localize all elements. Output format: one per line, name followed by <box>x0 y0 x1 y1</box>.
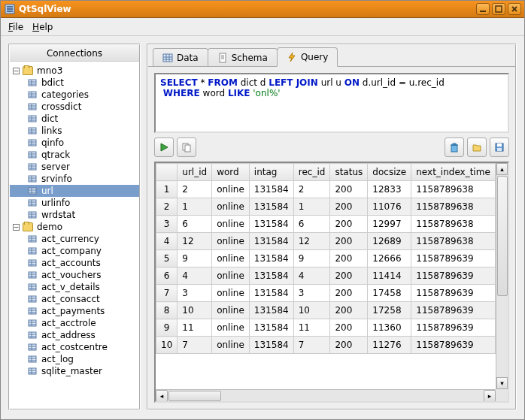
results-table[interactable]: url_idwordintagrec_idstatusdocsizenext_i… <box>156 163 496 354</box>
cell-rec_id[interactable]: 10 <box>293 302 330 319</box>
cell-next_index_time[interactable]: 1158789639 <box>411 337 496 354</box>
cell-word[interactable]: online <box>212 319 250 337</box>
cell-rec_id[interactable]: 1 <box>293 198 330 216</box>
tree-table-bdict[interactable]: bdict <box>10 77 139 89</box>
cell-status[interactable]: 200 <box>330 250 368 267</box>
cell-status[interactable]: 200 <box>330 233 368 250</box>
titlebar[interactable]: QtSqlView <box>1 1 524 18</box>
menu-file[interactable]: File <box>5 20 26 34</box>
cell-word[interactable]: online <box>212 267 250 285</box>
tab-data[interactable]: Data <box>153 48 208 66</box>
cell-docsize[interactable]: 12689 <box>368 233 411 250</box>
copy-button[interactable] <box>177 137 196 157</box>
cell-next_index_time[interactable]: 1158789638 <box>411 198 496 216</box>
cell-rec_id[interactable]: 2 <box>293 181 330 198</box>
tree-table-act_currency[interactable]: act_currency <box>10 233 139 245</box>
cell-next_index_time[interactable]: 1158789639 <box>411 302 496 319</box>
col-docsize[interactable]: docsize <box>368 164 411 181</box>
table-row[interactable]: 412online13158412200126891158789638 <box>156 233 496 250</box>
cell-docsize[interactable]: 17258 <box>368 302 411 319</box>
row-header[interactable]: 8 <box>156 302 178 319</box>
cell-word[interactable]: online <box>212 337 250 354</box>
col-status[interactable]: status <box>330 164 368 181</box>
table-row[interactable]: 59online1315849200126661158789639 <box>156 250 496 267</box>
tree-table-server[interactable]: server <box>10 161 139 173</box>
cell-intag[interactable]: 131584 <box>249 250 293 267</box>
cell-intag[interactable]: 131584 <box>249 302 293 319</box>
tree-table-act_vouchers[interactable]: act_vouchers <box>10 269 139 281</box>
cell-intag[interactable]: 131584 <box>249 216 293 233</box>
cell-intag[interactable]: 131584 <box>249 285 293 302</box>
tree-table-categories[interactable]: categories <box>10 89 139 101</box>
tree-table-dict[interactable]: dict <box>10 113 139 125</box>
tree-table-srvinfo[interactable]: srvinfo <box>10 173 139 185</box>
table-row[interactable]: 810online13158410200172581158789639 <box>156 302 496 319</box>
run-query-button[interactable] <box>154 137 174 157</box>
cell-docsize[interactable]: 11360 <box>368 319 411 337</box>
cell-url_id[interactable]: 12 <box>178 233 212 250</box>
tree-table-act_consacct[interactable]: act_consacct <box>10 293 139 305</box>
cell-url_id[interactable]: 3 <box>178 285 212 302</box>
tree-table-act_log[interactable]: act_log <box>10 353 139 365</box>
cell-rec_id[interactable]: 6 <box>293 216 330 233</box>
cell-docsize[interactable]: 17458 <box>368 285 411 302</box>
cell-status[interactable]: 200 <box>330 319 368 337</box>
tree-table-act_address[interactable]: act_address <box>10 329 139 341</box>
cell-rec_id[interactable]: 3 <box>293 285 330 302</box>
cell-intag[interactable]: 131584 <box>249 319 293 337</box>
cell-docsize[interactable]: 11076 <box>368 198 411 216</box>
cell-next_index_time[interactable]: 1158789639 <box>411 267 496 285</box>
cell-docsize[interactable]: 11414 <box>368 267 411 285</box>
cell-url_id[interactable]: 10 <box>178 302 212 319</box>
table-row[interactable]: 107online1315847200112761158789639 <box>156 337 496 354</box>
row-header[interactable]: 9 <box>156 319 178 337</box>
scroll-up-button[interactable]: ▴ <box>496 163 508 175</box>
tree-table-links[interactable]: links <box>10 125 139 137</box>
cell-docsize[interactable]: 12997 <box>368 216 411 233</box>
sql-editor[interactable]: SELECT * FROM dict d LEFT JOIN url u ON … <box>154 73 509 133</box>
col-intag[interactable]: intag <box>249 164 293 181</box>
tree-table-act_v_details[interactable]: act_v_details <box>10 281 139 293</box>
scroll-thumb[interactable] <box>168 391 221 401</box>
table-row[interactable]: 73online1315843200174581158789639 <box>156 285 496 302</box>
cell-url_id[interactable]: 7 <box>178 337 212 354</box>
scroll-right-button[interactable]: ▸ <box>484 390 496 402</box>
tree-db-mno3[interactable]: −mno3 <box>10 65 139 77</box>
clear-button[interactable] <box>445 137 464 157</box>
cell-word[interactable]: online <box>212 302 250 319</box>
row-header[interactable]: 4 <box>156 233 178 250</box>
row-header[interactable]: 10 <box>156 337 178 354</box>
row-header[interactable]: 1 <box>156 181 178 198</box>
table-row[interactable]: 12online1315842200128331158789638 <box>156 181 496 198</box>
tree-table-act_accounts[interactable]: act_accounts <box>10 257 139 269</box>
cell-word[interactable]: online <box>212 233 250 250</box>
row-header[interactable]: 3 <box>156 216 178 233</box>
scroll-thumb[interactable] <box>497 176 508 296</box>
cell-status[interactable]: 200 <box>330 302 368 319</box>
table-row[interactable]: 64online1315844200114141158789639 <box>156 267 496 285</box>
cell-status[interactable]: 200 <box>330 198 368 216</box>
collapse-icon[interactable]: − <box>13 224 20 231</box>
maximize-button[interactable] <box>492 3 505 15</box>
connections-tree[interactable]: −mno3bdictcategoriescrossdictdictlinksqi… <box>10 62 139 409</box>
tree-table-wrdstat[interactable]: wrdstat <box>10 209 139 221</box>
cell-next_index_time[interactable]: 1158789639 <box>411 285 496 302</box>
tree-table-url[interactable]: url <box>10 185 139 197</box>
cell-word[interactable]: online <box>212 250 250 267</box>
scroll-left-button[interactable]: ◂ <box>156 390 168 402</box>
cell-status[interactable]: 200 <box>330 267 368 285</box>
col-url_id[interactable]: url_id <box>178 164 212 181</box>
open-button[interactable] <box>467 137 487 157</box>
cell-url_id[interactable]: 6 <box>178 216 212 233</box>
cell-rec_id[interactable]: 9 <box>293 250 330 267</box>
tree-table-urlinfo[interactable]: urlinfo <box>10 197 139 209</box>
cell-intag[interactable]: 131584 <box>249 267 293 285</box>
col-next_index_time[interactable]: next_index_time <box>411 164 496 181</box>
tree-table-act_costcentre[interactable]: act_costcentre <box>10 341 139 353</box>
tree-table-qtrack[interactable]: qtrack <box>10 149 139 161</box>
save-button[interactable] <box>490 137 509 157</box>
cell-status[interactable]: 200 <box>330 216 368 233</box>
row-header[interactable]: 2 <box>156 198 178 216</box>
cell-next_index_time[interactable]: 1158789639 <box>411 250 496 267</box>
collapse-icon[interactable]: − <box>13 68 20 74</box>
